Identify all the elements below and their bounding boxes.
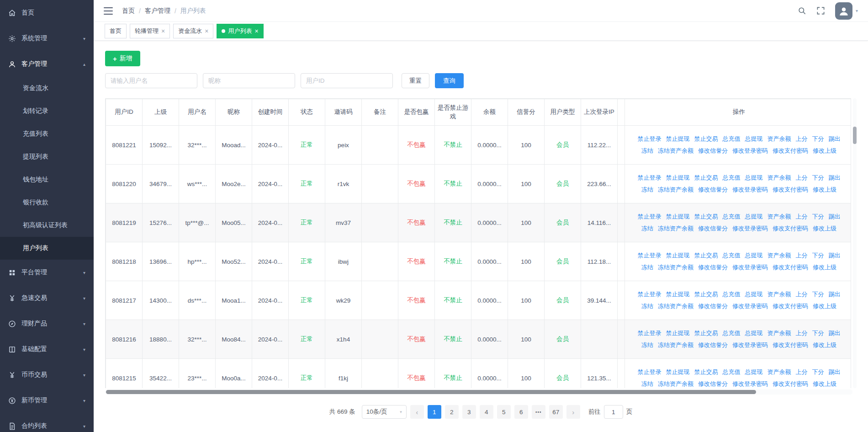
action-link[interactable]: 踢出	[829, 368, 841, 375]
action-link[interactable]: 禁止交易	[694, 252, 718, 259]
sidebar-item-wealth-products[interactable]: 理财产品▾	[0, 311, 94, 336]
action-link[interactable]: 资产余额	[767, 252, 791, 259]
action-link[interactable]: 禁止登录	[638, 291, 662, 298]
action-link[interactable]: 修改上级	[813, 341, 836, 348]
action-link[interactable]: 冻结资产余额	[658, 380, 693, 387]
tab-carousel-management[interactable]: 轮播管理×	[130, 24, 170, 38]
horizontal-scrollbar-thumb[interactable]	[106, 390, 756, 394]
breadcrumb-item[interactable]: 首页	[122, 7, 135, 15]
sidebar-item-certification-list[interactable]: 初高级认证列表	[0, 214, 94, 237]
action-link[interactable]: 禁止登录	[638, 368, 662, 375]
action-link[interactable]: 上分	[796, 291, 808, 298]
action-link[interactable]: 修改上级	[813, 380, 836, 387]
goto-page-input[interactable]	[604, 405, 623, 419]
action-link[interactable]: 总提现	[745, 174, 763, 181]
action-link[interactable]: 总提现	[745, 368, 763, 375]
action-link[interactable]: 禁止提现	[666, 252, 690, 259]
action-link[interactable]: 总提现	[745, 330, 763, 336]
sidebar-item-withdrawal-list[interactable]: 提现列表	[0, 145, 94, 168]
action-link[interactable]: 修改登录密码	[732, 264, 768, 271]
action-link[interactable]: 冻结资产余额	[658, 303, 693, 309]
action-link[interactable]: 冻结	[641, 264, 653, 271]
page-button[interactable]: 67	[549, 405, 563, 419]
sidebar-item-user-list[interactable]: 用户列表	[0, 237, 94, 260]
action-link[interactable]: 总提现	[745, 252, 763, 259]
sidebar-item-quick-trade[interactable]: 急速交易▾	[0, 285, 94, 311]
action-link[interactable]: 冻结资产余额	[658, 341, 693, 348]
sidebar-item-wallet-address[interactable]: 钱包地址	[0, 168, 94, 191]
action-link[interactable]: 修改登录密码	[732, 380, 768, 387]
action-link[interactable]: 冻结	[641, 147, 653, 154]
vertical-scrollbar-thumb[interactable]	[853, 127, 857, 144]
action-link[interactable]: 总提现	[745, 213, 763, 220]
action-link[interactable]: 修改上级	[813, 225, 836, 232]
page-button[interactable]: 6	[514, 405, 528, 419]
action-link[interactable]: 上分	[796, 213, 808, 220]
action-link[interactable]: 下分	[812, 174, 824, 181]
sidebar-item-home[interactable]: 首页	[0, 0, 94, 26]
action-link[interactable]: 下分	[812, 213, 824, 220]
action-link[interactable]: 修改支付密码	[773, 341, 808, 348]
action-link[interactable]: 总提现	[745, 135, 763, 142]
action-link[interactable]: 修改信誉分	[698, 303, 728, 309]
sidebar-item-fund-flow[interactable]: 资金流水	[0, 77, 94, 100]
action-link[interactable]: 踢出	[829, 252, 841, 259]
action-link[interactable]: 禁止提现	[666, 135, 690, 142]
action-link[interactable]: 冻结	[641, 303, 653, 309]
action-link[interactable]: 修改支付密码	[773, 147, 808, 154]
action-link[interactable]: 冻结资产余额	[658, 225, 693, 232]
action-link[interactable]: 修改上级	[813, 186, 836, 193]
sidebar-item-basic-config[interactable]: 基础配置▾	[0, 336, 94, 362]
action-link[interactable]: 修改登录密码	[732, 303, 768, 309]
action-link[interactable]: 踢出	[829, 135, 841, 142]
close-icon[interactable]: ×	[161, 28, 165, 34]
action-link[interactable]: 修改支付密码	[773, 186, 808, 193]
action-link[interactable]: 冻结资产余额	[658, 186, 693, 193]
action-link[interactable]: 冻结资产余额	[658, 147, 693, 154]
action-link[interactable]: 上分	[796, 174, 808, 181]
sidebar-item-recharge-list[interactable]: 充值列表	[0, 123, 94, 145]
action-link[interactable]: 资产余额	[767, 368, 791, 375]
action-link[interactable]: 下分	[812, 330, 824, 336]
action-link[interactable]: 修改登录密码	[732, 147, 768, 154]
page-button[interactable]: 3	[462, 405, 476, 419]
action-link[interactable]: 修改支付密码	[773, 303, 808, 309]
action-link[interactable]: 禁止登录	[638, 135, 662, 142]
username-input[interactable]	[105, 73, 197, 88]
action-link[interactable]: 总充值	[723, 291, 741, 298]
action-link[interactable]: 禁止提现	[666, 368, 690, 375]
breadcrumb-item[interactable]: 客户管理	[145, 7, 170, 15]
action-link[interactable]: 修改信誉分	[698, 341, 728, 348]
action-link[interactable]: 下分	[812, 368, 824, 375]
action-link[interactable]: 禁止提现	[666, 213, 690, 220]
sidebar-item-new-coin-management[interactable]: 新币管理▾	[0, 388, 94, 413]
action-link[interactable]: 禁止交易	[694, 368, 718, 375]
next-page-button[interactable]: ›	[566, 405, 580, 419]
action-link[interactable]: 禁止登录	[638, 252, 662, 259]
reset-button[interactable]: 重置	[402, 73, 429, 88]
action-link[interactable]: 禁止提现	[666, 174, 690, 181]
action-link[interactable]: 修改信誉分	[698, 380, 728, 387]
action-link[interactable]: 修改支付密码	[773, 380, 808, 387]
page-button[interactable]: 5	[497, 405, 511, 419]
action-link[interactable]: 上分	[796, 252, 808, 259]
action-link[interactable]: 禁止交易	[694, 213, 718, 220]
action-link[interactable]: 踢出	[829, 213, 841, 220]
action-link[interactable]: 踢出	[829, 330, 841, 336]
tab-fund-flow[interactable]: 资金流水×	[173, 24, 213, 38]
action-link[interactable]: 禁止提现	[666, 291, 690, 298]
action-link[interactable]: 修改信誉分	[698, 186, 728, 193]
action-link[interactable]: 修改上级	[813, 264, 836, 271]
action-link[interactable]: 冻结	[641, 186, 653, 193]
action-link[interactable]: 上分	[796, 368, 808, 375]
vertical-scrollbar[interactable]	[853, 98, 857, 388]
action-link[interactable]: 修改上级	[813, 147, 836, 154]
action-link[interactable]: 修改信誉分	[698, 225, 728, 232]
page-size-select[interactable]: 10条/页 ▾	[362, 405, 407, 419]
tab-user-list[interactable]: 用户列表×	[217, 24, 263, 38]
action-link[interactable]: 修改上级	[813, 303, 836, 309]
sidebar-item-platform-management[interactable]: 平台管理▾	[0, 260, 94, 285]
action-link[interactable]: 踢出	[829, 291, 841, 298]
tab-home[interactable]: 首页	[105, 24, 127, 38]
close-icon[interactable]: ×	[254, 28, 258, 34]
